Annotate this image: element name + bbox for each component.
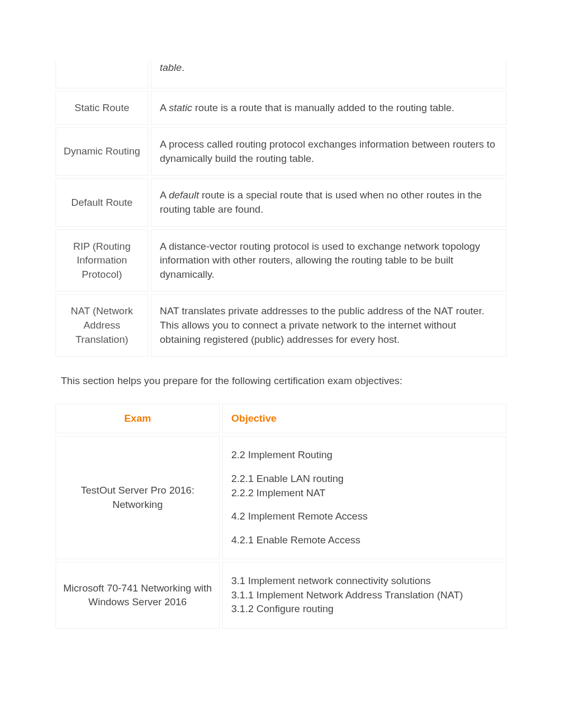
terms-definitions-table: table. Static Route A static route is a …	[53, 58, 509, 359]
definition-cell: A distance-vector routing protocol is us…	[151, 230, 506, 292]
exam-objectives-table: Exam Objective TestOut Server Pro 2016: …	[53, 401, 509, 631]
definition-italic: static	[169, 102, 192, 113]
table-row: Dynamic Routing A process called routing…	[56, 128, 506, 176]
definition-rest: NAT translates private addresses to the …	[160, 305, 484, 344]
objective-line: 3.1.2 Configure routing	[231, 602, 497, 616]
table-header-row: Exam Objective	[56, 404, 506, 434]
exam-name-cell: Microsoft 70-741 Networking with Windows…	[56, 562, 220, 629]
objective-cell: 3.1 Implement network connectivity solut…	[222, 562, 506, 629]
table-row: Default Route A default route is a speci…	[56, 178, 506, 226]
objective-block: 2.2 Implement Routing	[231, 448, 497, 462]
table-row: Static Route A static route is a route t…	[56, 91, 506, 125]
objective-line: 3.1.1 Implement Network Address Translat…	[231, 588, 497, 603]
definition-rest: route is a special route that is used wh…	[160, 189, 482, 215]
objective-block: 4.2 Implement Remote Access	[231, 509, 497, 524]
objective-block: 2.2.1 Enable LAN routing 2.2.2 Implement…	[231, 472, 497, 500]
term-cell: Dynamic Routing	[56, 128, 148, 176]
objective-line: 2.2.1 Enable LAN routing	[231, 472, 497, 486]
term-cell	[56, 61, 148, 88]
objective-block: 4.2.1 Enable Remote Access	[231, 533, 497, 548]
objective-line: 4.2 Implement Remote Access	[231, 509, 497, 524]
table-row: table.	[56, 61, 506, 88]
definition-rest: .	[182, 62, 184, 73]
objective-line: 3.1 Implement network connectivity solut…	[231, 574, 497, 588]
definition-cell: A process called routing protocol exchan…	[151, 128, 506, 176]
objective-line: 2.2.2 Implement NAT	[231, 486, 497, 501]
term-cell: Default Route	[56, 178, 148, 226]
objective-column-header: Objective	[222, 404, 506, 434]
objective-cell: 2.2 Implement Routing 2.2.1 Enable LAN r…	[222, 436, 506, 559]
definition-cell: table.	[151, 61, 506, 88]
exam-column-header: Exam	[56, 404, 220, 434]
term-cell: Static Route	[56, 91, 148, 125]
definition-cell: A default route is a special route that …	[151, 178, 506, 226]
definition-cell: NAT translates private addresses to the …	[151, 294, 506, 357]
exam-name-cell: TestOut Server Pro 2016: Networking	[56, 436, 220, 559]
section-intro-text: This section helps you prepare for the f…	[61, 374, 509, 388]
definition-prefix: A	[160, 102, 169, 113]
table-row: RIP (Routing Information Protocol) A dis…	[56, 230, 506, 292]
definition-cell: A static route is a route that is manual…	[151, 91, 506, 125]
definition-rest: A distance-vector routing protocol is us…	[160, 241, 480, 280]
term-cell: NAT (Network Address Translation)	[56, 294, 148, 357]
definition-italic: default	[169, 189, 199, 201]
table-row: NAT (Network Address Translation) NAT tr…	[56, 294, 506, 357]
table-row: Microsoft 70-741 Networking with Windows…	[56, 562, 506, 629]
objective-line: 4.2.1 Enable Remote Access	[231, 533, 497, 548]
objective-line: 2.2 Implement Routing	[231, 448, 497, 462]
definition-rest: A process called routing protocol exchan…	[160, 139, 495, 164]
definition-rest: route is a route that is manually added …	[192, 102, 454, 113]
table-row: TestOut Server Pro 2016: Networking 2.2 …	[56, 436, 506, 559]
definition-prefix: A	[160, 189, 169, 201]
term-cell: RIP (Routing Information Protocol)	[56, 230, 148, 292]
definition-italic: table	[160, 62, 182, 73]
